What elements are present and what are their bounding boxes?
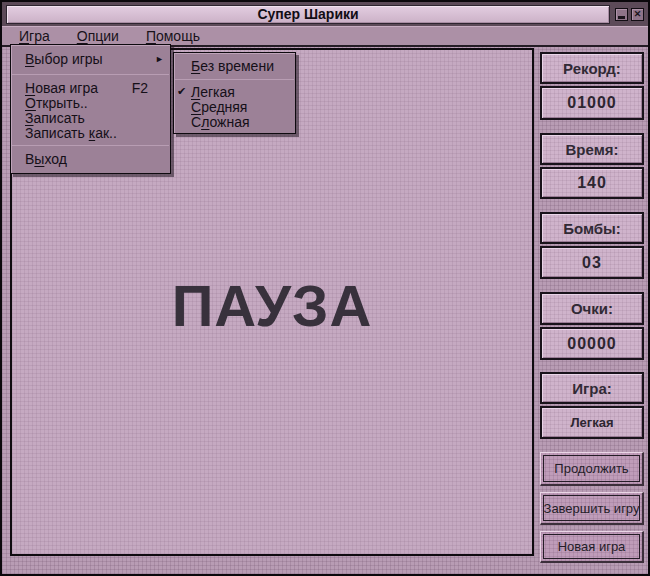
end-game-button[interactable]: Завершить игру [540,492,644,525]
close-button[interactable]: ✕ [631,8,644,21]
continue-button[interactable]: Продолжить [540,452,644,486]
time-label-panel: Время: [540,133,644,165]
record-value-panel: 01000 [540,86,644,120]
new-game-button[interactable]: Новая игра [540,531,644,563]
menu-item-save-as[interactable]: Записать как.. [11,125,170,140]
record-label-panel: Рекорд: [540,52,644,84]
game-mode-label-panel: Игра: [540,372,644,404]
score-label-panel: Очки: [540,292,644,325]
menubar-item-help[interactable]: Помощь [146,28,200,44]
sidebar: Рекорд: 01000 Время: 140 Бомбы: 03 Очки:… [540,48,644,572]
checkmark-icon: ✔ [177,84,186,99]
menu-item-open[interactable]: Открыть.. [11,95,170,110]
app-window: Супер Шарики ✕ Игра Опции Помощь ПАУЗА Р… [0,0,650,576]
menu-item-save[interactable]: Записать [11,110,170,125]
window-controls: ✕ [615,8,644,21]
submenu-item-hard[interactable]: Сложная [174,114,295,129]
pause-text: ПАУЗА [172,272,373,339]
menubar-item-game[interactable]: Игра [19,28,50,44]
time-value-panel: 140 [540,167,644,199]
submenu-arrow-icon: ► [155,55,164,64]
submenu-item-medium[interactable]: Средняя [174,99,295,114]
menu-separator [175,79,294,80]
titlebar: Супер Шарики ✕ [2,2,648,26]
submenu-item-no-time[interactable]: Без времени [174,56,295,75]
shortcut-label: F2 [132,80,164,96]
submenu-item-easy[interactable]: ✔ Легкая [174,84,295,99]
score-value-panel: 00000 [540,327,644,360]
game-mode-value-panel: Легкая [540,406,644,439]
menu-separator [12,145,169,146]
difficulty-submenu: Без времени ✔ Легкая Средняя Сложная [173,52,296,134]
menu-item-new-game[interactable]: Новая игра F2 [11,80,170,95]
window-title: Супер Шарики [6,5,610,24]
bombs-label-panel: Бомбы: [540,212,644,244]
menu-separator [12,74,169,75]
minimize-icon [618,16,625,19]
menu-item-choose-game[interactable]: Выбор игры ► [11,49,170,69]
minimize-button[interactable] [615,8,628,21]
game-menu-dropdown: Выбор игры ► Новая игра F2 Открыть.. Зап… [10,44,171,174]
menubar-item-options[interactable]: Опции [77,28,119,44]
bombs-value-panel: 03 [540,246,644,279]
close-icon: ✕ [634,10,642,19]
menu-item-exit[interactable]: Выход [11,151,170,166]
